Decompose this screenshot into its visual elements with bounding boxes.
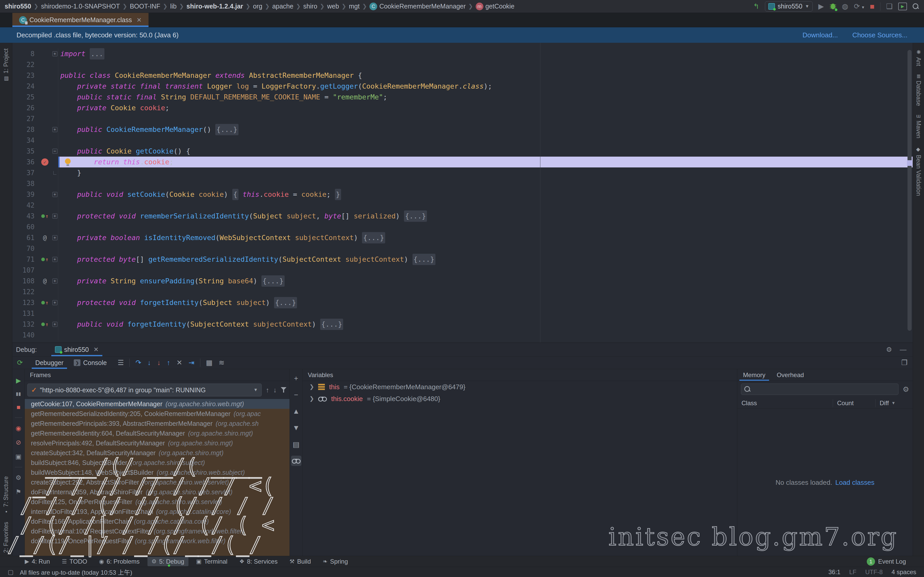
tool-stripe-button-maven[interactable]: mMaven	[915, 114, 922, 139]
settings-icon[interactable]: ⚙	[903, 385, 909, 393]
code-text[interactable]: public static final String DEFAULT_REMEM…	[58, 92, 913, 103]
fold-expand-icon[interactable]: +	[52, 127, 58, 132]
stack-frame[interactable]: doFilterInternal:359, AbstractShiroFilte…	[25, 487, 289, 497]
breadcrumb-item[interactable]: mgt	[349, 3, 360, 10]
step-over-icon[interactable]: ↷	[135, 359, 141, 367]
code-text[interactable]	[58, 59, 913, 70]
overrides-method-icon[interactable]: ↑	[41, 321, 48, 327]
line-number[interactable]: 132	[12, 321, 38, 328]
thread-selector[interactable]: ✓ "http-nio-8080-exec-5"@6,487 in group …	[27, 384, 262, 396]
debug-session-tab[interactable]: shiro550 ✕	[51, 343, 102, 356]
load-classes-link[interactable]: Load classes	[835, 479, 874, 487]
breadcrumb-item[interactable]: shiro-web-1.2.4.jar	[186, 3, 243, 10]
code-text[interactable]: protected byte[] getRememberedSerialized…	[58, 254, 913, 265]
code-line[interactable]: 131	[12, 308, 913, 319]
fold-expand-icon[interactable]: +	[52, 279, 58, 284]
remove-watch-icon[interactable]: −	[291, 390, 301, 400]
view-options-icon[interactable]: ≋	[219, 359, 225, 367]
code-line[interactable]: 26 private Cookie cookie;	[12, 103, 913, 113]
tool-window-button-spring[interactable]: ❧Spring	[319, 557, 352, 566]
prev-frame-icon[interactable]: ↑	[266, 386, 269, 394]
code-text[interactable]	[58, 135, 913, 146]
line-number[interactable]: 36	[12, 158, 38, 166]
run-icon[interactable]: ▶	[818, 2, 824, 11]
caret-position[interactable]: 36:1	[828, 569, 840, 576]
line-number[interactable]: 61	[12, 234, 38, 242]
code-line[interactable]: 36✓ return this.cookie;	[12, 156, 913, 168]
line-ending[interactable]: LF	[849, 569, 856, 576]
code-line[interactable]: 25 public static final String DEFAULT_RE…	[12, 92, 913, 103]
code-line[interactable]: 108@+ private String ensurePadding(Strin…	[12, 276, 913, 287]
line-number[interactable]: 140	[12, 331, 38, 339]
line-number[interactable]: 34	[12, 137, 38, 144]
fold-expand-icon[interactable]: +	[52, 235, 58, 240]
tool-stripe-button-ant[interactable]: ❋Ant	[915, 49, 922, 66]
code-line[interactable]: 42	[12, 200, 913, 211]
run-anything-icon[interactable]: ▶	[898, 3, 907, 10]
step-into-icon[interactable]: ↓	[147, 359, 151, 367]
choose-sources-link[interactable]: Choose Sources...	[852, 31, 908, 39]
breadcrumb-item[interactable]: shirodemo-1.0-SNAPSHOT	[41, 3, 120, 10]
code-text[interactable]	[58, 308, 913, 319]
add-watch-icon[interactable]: +	[291, 373, 301, 384]
code-line[interactable]: 122	[12, 287, 913, 297]
resume-icon[interactable]: ▶	[16, 377, 21, 384]
force-step-into-icon[interactable]: ↓	[157, 359, 161, 367]
line-number[interactable]: 123	[12, 299, 38, 306]
tab-debugger[interactable]: Debugger	[30, 356, 69, 369]
column-header-count[interactable]: Count	[833, 399, 875, 407]
stop-icon[interactable]: ■	[870, 2, 874, 11]
code-text[interactable]	[58, 221, 913, 232]
code-text[interactable]: private boolean isIdentityRemoved(WebSub…	[58, 232, 913, 243]
code-text[interactable]: private String ensurePadding(String base…	[58, 276, 913, 287]
code-text[interactable]	[58, 330, 913, 340]
code-line[interactable]: 123↑+ protected void forgetIdentity(Subj…	[12, 297, 913, 308]
code-text[interactable]	[58, 265, 913, 276]
navigate-back-icon[interactable]: ↰	[753, 2, 759, 11]
code-text[interactable]: private static final transient Logger lo…	[58, 81, 913, 92]
tool-window-button-8-services[interactable]: ❖8: Services	[235, 557, 281, 566]
line-number[interactable]: 71	[12, 256, 38, 263]
code-text[interactable]: protected void rememberSerializedIdentit…	[58, 211, 913, 221]
move-watch-down-icon[interactable]: ▼	[291, 423, 301, 433]
fold-expand-icon[interactable]: +	[52, 214, 58, 219]
search-icon[interactable]	[913, 3, 919, 10]
tool-window-button-build[interactable]: ⚒Build	[285, 557, 315, 566]
event-log[interactable]: 1 Event Log	[867, 558, 924, 566]
code-text[interactable]: public class CookieRememberMeManager ext…	[58, 70, 913, 81]
variable-row[interactable]: ❯this.cookie= {SimpleCookie@6480}	[303, 393, 737, 405]
tool-stripe-button-database[interactable]: ≣Database	[915, 74, 922, 106]
line-number[interactable]: 39	[12, 191, 38, 198]
run-configuration-select[interactable]: shiro550 ▼	[765, 1, 813, 11]
overrides-method-icon[interactable]: ↑	[41, 300, 48, 306]
settings-icon[interactable]: ⚙	[886, 346, 892, 354]
close-icon[interactable]: ✕	[94, 346, 99, 353]
breadcrumb-item[interactable]: org	[253, 3, 262, 10]
code-editor[interactable]: 8+import ...2223public class CookieRemem…	[12, 43, 913, 343]
code-line[interactable]: 107	[12, 265, 913, 276]
tool-window-button-5-debug[interactable]: ⚙5: Debug	[147, 557, 189, 566]
code-line[interactable]: 23public class CookieRememberMeManager e…	[12, 70, 913, 81]
line-number[interactable]: 8	[12, 50, 38, 58]
stack-frame[interactable]: doFilter:119, OncePerRequestFilter(org.s…	[25, 536, 289, 546]
expand-chevron-icon[interactable]: ❯	[309, 395, 314, 402]
code-text[interactable]	[58, 178, 913, 189]
line-number[interactable]: 43	[12, 212, 38, 220]
code-text[interactable]: return this.cookie;	[58, 156, 913, 168]
code-text[interactable]: public Cookie getCookie() {	[58, 146, 913, 156]
breadcrumb-item[interactable]: apache	[272, 3, 293, 10]
download-link[interactable]: Download...	[803, 31, 838, 39]
line-number[interactable]: 37	[12, 169, 38, 177]
code-text[interactable]	[58, 243, 913, 254]
project-windows-icon[interactable]: ❏	[886, 2, 893, 11]
overrides-method-icon[interactable]: ↑	[41, 256, 48, 263]
fold-expand-icon[interactable]: +	[52, 51, 58, 56]
code-text[interactable]	[58, 200, 913, 211]
tab-overhead[interactable]: Overhead	[771, 369, 809, 381]
code-text[interactable]: }	[58, 168, 913, 178]
show-watches-icon[interactable]	[291, 456, 301, 466]
layout-icon[interactable]: ☰	[118, 359, 124, 367]
stack-frame[interactable]: getRememberedSerializedIdentity:205, Coo…	[25, 409, 289, 419]
breadcrumb-item[interactable]: shiro	[303, 3, 317, 10]
snapshot-icon[interactable]: ▣	[16, 453, 22, 460]
